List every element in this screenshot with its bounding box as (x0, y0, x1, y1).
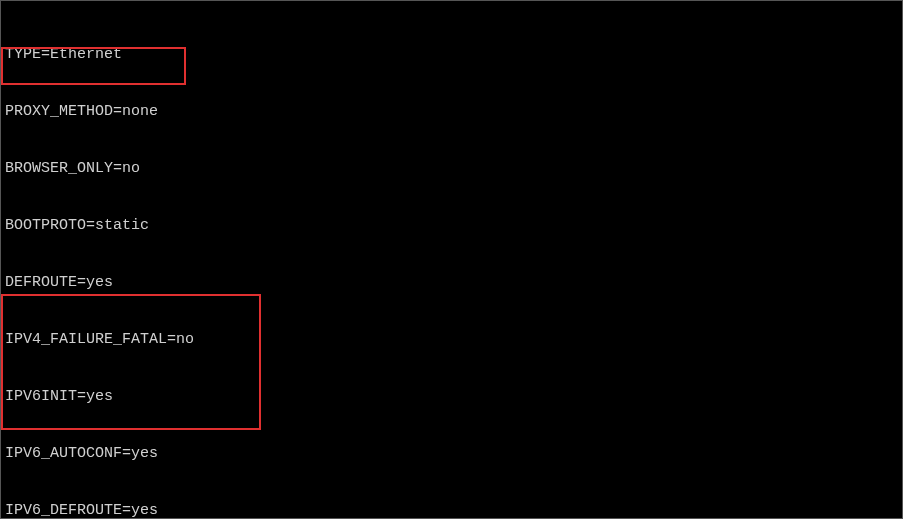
config-line: IPV4_FAILURE_FATAL=no (5, 330, 898, 349)
config-line: IPV6_AUTOCONF=yes (5, 444, 898, 463)
config-line: TYPE=Ethernet (5, 45, 898, 64)
config-line: DEFROUTE=yes (5, 273, 898, 292)
config-line-bootproto: BOOTPROTO=static (5, 216, 898, 235)
config-line: IPV6_DEFROUTE=yes (5, 501, 898, 519)
terminal-output[interactable]: TYPE=Ethernet PROXY_METHOD=none BROWSER_… (5, 7, 898, 519)
config-line: IPV6INIT=yes (5, 387, 898, 406)
config-line: PROXY_METHOD=none (5, 102, 898, 121)
config-line: BROWSER_ONLY=no (5, 159, 898, 178)
